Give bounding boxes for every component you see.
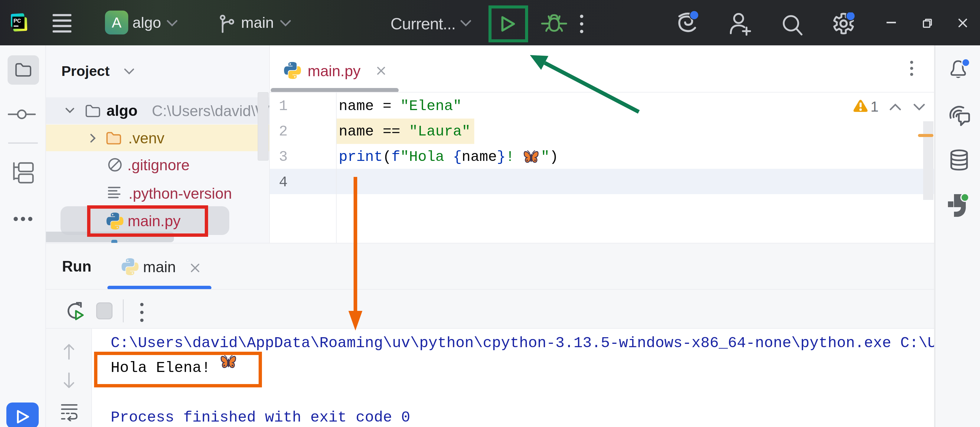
svg-text:PC: PC	[14, 18, 21, 24]
